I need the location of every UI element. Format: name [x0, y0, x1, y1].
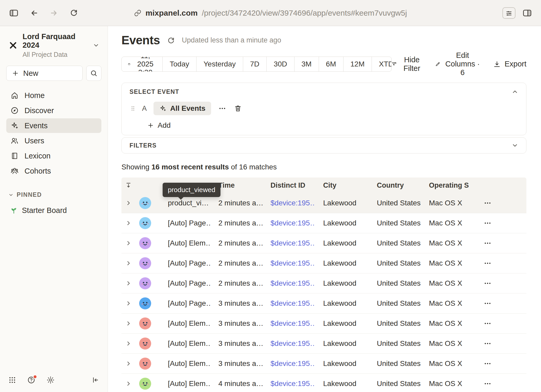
date-picker-button[interactable]: Mar 11, 2025 3:30 pm	[122, 57, 162, 71]
range-6m[interactable]: 6M	[319, 57, 343, 71]
row-menu-button[interactable]	[484, 340, 491, 347]
row-menu-button[interactable]	[484, 279, 491, 287]
export-button[interactable]: Export	[493, 60, 526, 68]
table-row[interactable]: [Auto] Elem… 3 minutes a… $device:195… L…	[121, 314, 526, 334]
table-row[interactable]: [Auto] Elem… 3 minutes a… $device:195… L…	[121, 334, 526, 354]
range-xtd[interactable]: XTD	[372, 57, 392, 71]
range-yesterday[interactable]: Yesterday	[196, 57, 243, 71]
city-column-header: City	[315, 181, 369, 189]
ellipsis-icon	[484, 340, 491, 347]
distinct-id-link[interactable]: $device:195…	[270, 279, 315, 287]
avatar	[139, 217, 151, 229]
row-expand-button[interactable]	[125, 360, 132, 367]
settings-button[interactable]	[46, 376, 55, 384]
table-body: product_vi… 2 minutes a… $device:195… La…	[121, 193, 526, 392]
range-30d[interactable]: 30D	[266, 57, 294, 71]
event-name: product_vi…	[168, 199, 209, 207]
row-menu-button[interactable]	[484, 219, 491, 227]
distinct-id-link[interactable]: $device:195…	[270, 239, 315, 247]
avatar-face-icon	[139, 338, 151, 350]
url-bar[interactable]: mixpanel.com/project/3472420/view/397469…	[134, 9, 407, 17]
row-menu-button[interactable]	[484, 320, 491, 327]
toolbar: Mar 11, 2025 3:30 pm TodayYesterday7D30D…	[121, 51, 526, 77]
delete-event-button[interactable]	[234, 105, 242, 112]
page-settings-button[interactable]	[502, 7, 515, 19]
collapse-section-button[interactable]	[512, 88, 518, 95]
pinned-item-starter-board[interactable]: Starter Board	[6, 204, 101, 217]
distinct-id-link[interactable]: $device:195…	[270, 359, 315, 368]
browser-right-controls	[502, 7, 532, 19]
pinned-section-toggle[interactable]: PINNED	[6, 191, 101, 198]
avatar-face-icon	[139, 378, 151, 390]
ellipsis-icon	[484, 259, 491, 267]
pencil-icon	[435, 60, 440, 68]
range-today[interactable]: Today	[162, 57, 196, 71]
hide-filter-button[interactable]: Hide Filter	[392, 56, 423, 73]
sidebar-nav: Home Discover Events Users Lexicon Cohor…	[6, 88, 101, 178]
table-row[interactable]: [Auto] Page… 2 minutes a… $device:195… L…	[121, 253, 526, 273]
browser-sidebar-toggle-button[interactable]	[9, 8, 19, 18]
pin-rows-button[interactable]	[125, 182, 132, 189]
row-menu-button[interactable]	[484, 199, 491, 207]
row-expand-button[interactable]	[125, 320, 132, 327]
sidebar-item-home[interactable]: Home	[6, 88, 101, 103]
edit-columns-button[interactable]: Edit Columns · 6	[435, 51, 481, 77]
row-expand-button[interactable]	[125, 300, 132, 307]
distinct-id-link[interactable]: $device:195…	[270, 339, 315, 347]
row-expand-button[interactable]	[125, 200, 132, 206]
search-button[interactable]	[86, 66, 101, 81]
row-menu-button[interactable]	[484, 360, 491, 368]
distinct-id-link[interactable]: $device:195…	[270, 219, 315, 227]
avatar-face-icon	[139, 317, 151, 329]
range-7d[interactable]: 7D	[243, 57, 267, 71]
row-expand-button[interactable]	[125, 381, 132, 387]
city: Lakewood	[315, 259, 369, 267]
table-row[interactable]: [Auto] Elem… 3 minutes a… $device:195… L…	[121, 354, 526, 374]
sidebar-item-cohorts[interactable]: Cohorts	[6, 164, 101, 178]
table-row[interactable]: [Auto] Page… 3 minutes a… $device:195… L…	[121, 293, 526, 314]
row-expand-button[interactable]	[125, 260, 132, 266]
back-button[interactable]	[30, 9, 39, 17]
collapse-sidebar-button[interactable]	[91, 376, 99, 384]
split-view-button[interactable]	[522, 8, 532, 18]
row-menu-button[interactable]	[484, 239, 491, 247]
event-more-button[interactable]	[218, 105, 226, 112]
distinct-id-link[interactable]: $device:195…	[270, 319, 315, 327]
forward-button[interactable]	[50, 9, 58, 17]
range-12m[interactable]: 12M	[343, 57, 372, 71]
row-expand-button[interactable]	[125, 220, 132, 226]
distinct-id-link[interactable]: $device:195…	[270, 379, 315, 388]
distinct-id-link[interactable]: $device:195…	[270, 299, 315, 307]
avatar	[139, 317, 151, 329]
distinct-id-link[interactable]: $device:195…	[270, 199, 315, 207]
row-expand-button[interactable]	[125, 280, 132, 286]
sidebar-item-events[interactable]: Events	[6, 118, 101, 133]
row-expand-button[interactable]	[125, 240, 132, 246]
range-3m[interactable]: 3M	[294, 57, 319, 71]
event-name: [Auto] Page…	[168, 259, 211, 267]
add-event-button[interactable]: Add	[147, 121, 171, 130]
avatar-face-icon	[139, 277, 151, 289]
table-row[interactable]: [Auto] Elem… 2 minutes a… $device:195… L…	[121, 233, 526, 253]
sidebar-item-lexicon[interactable]: Lexicon	[6, 149, 101, 163]
row-menu-button[interactable]	[484, 380, 491, 388]
table-row[interactable]: [Auto] Elem… 4 minutes a… $device:195… L…	[121, 374, 526, 392]
avatar-face-icon	[139, 237, 151, 249]
event-selector-chip[interactable]: All Events	[153, 102, 211, 115]
table-row[interactable]: [Auto] Page… 2 minutes a… $device:195… L…	[121, 273, 526, 293]
refresh-button[interactable]	[167, 36, 175, 45]
project-switcher[interactable]: Lord Farquaad 2024 All Project Data	[6, 30, 101, 61]
row-menu-button[interactable]	[484, 299, 491, 307]
drag-handle[interactable]	[130, 105, 136, 112]
sidebar-item-discover[interactable]: Discover	[6, 103, 101, 118]
expand-filters-button[interactable]	[512, 142, 518, 149]
row-expand-button[interactable]	[125, 340, 132, 347]
reload-button[interactable]	[69, 9, 78, 17]
new-button[interactable]: New	[6, 66, 83, 81]
sidebar-item-users[interactable]: Users	[6, 133, 101, 148]
distinct-id-link[interactable]: $device:195…	[270, 259, 315, 267]
row-menu-button[interactable]	[484, 259, 491, 267]
table-row[interactable]: [Auto] Page… 2 minutes a… $device:195… L…	[121, 213, 526, 233]
trash-icon	[234, 105, 242, 112]
apps-button[interactable]	[8, 376, 16, 384]
